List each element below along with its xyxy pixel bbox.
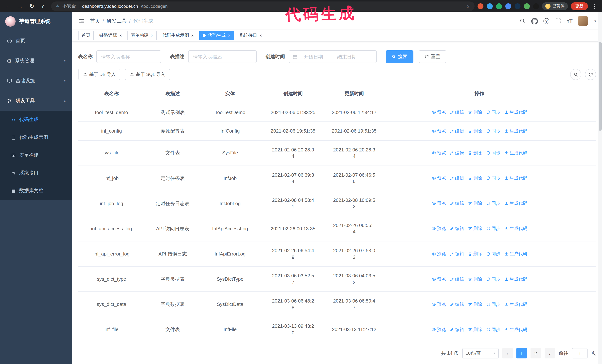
generate-code-link[interactable]: 生成代码 [504, 128, 527, 134]
sync-link[interactable]: 同步 [486, 175, 500, 181]
tab-form-builder[interactable]: 表单构建 [128, 31, 157, 40]
sync-link[interactable]: 同步 [486, 226, 500, 232]
user-avatar[interactable] [578, 16, 588, 26]
scrollbar-thumb[interactable] [599, 42, 602, 131]
extension-icon[interactable] [487, 3, 493, 9]
extension-icon[interactable] [496, 3, 502, 9]
breadcrumb-dev-tools[interactable]: 研发工具 [107, 18, 133, 24]
goto-page-input[interactable] [572, 348, 588, 359]
sidebar-item-system[interactable]: ⚙ 系统管理 ▾ [0, 51, 72, 71]
edit-link[interactable]: 编辑 [450, 251, 464, 257]
delete-link[interactable]: 删除 [468, 128, 482, 134]
address-bar[interactable]: ⚠ 不安全 dashboard.yudao.iocoder.cn/tool/co… [51, 1, 474, 11]
extension-icon[interactable] [505, 3, 511, 9]
generate-code-link[interactable]: 生成代码 [504, 226, 527, 232]
edit-link[interactable]: 编辑 [450, 327, 464, 333]
browser-home-icon[interactable]: ⌂ [39, 2, 48, 10]
fullscreen-icon[interactable] [555, 18, 561, 24]
browser-forward-icon[interactable]: → [16, 2, 24, 10]
end-date-input[interactable] [333, 51, 361, 62]
sync-link[interactable]: 同步 [486, 200, 500, 207]
close-icon[interactable] [228, 33, 230, 38]
start-date-input[interactable] [300, 51, 327, 62]
tab-trace[interactable]: 链路追踪 [96, 31, 125, 40]
generate-code-link[interactable]: 生成代码 [504, 109, 527, 115]
tab-system-api[interactable]: 系统接口 [236, 31, 265, 40]
github-icon[interactable] [531, 18, 538, 24]
close-icon[interactable] [151, 33, 153, 38]
preview-link[interactable]: 预览 [431, 109, 446, 115]
edit-link[interactable]: 编辑 [450, 301, 464, 307]
sidebar-collapse-icon[interactable] [78, 18, 85, 24]
preview-link[interactable]: 预览 [431, 226, 446, 232]
edit-link[interactable]: 编辑 [450, 128, 464, 134]
page-size-select[interactable]: 10条/页 ▾ [462, 348, 499, 359]
preview-link[interactable]: 预览 [431, 276, 446, 282]
sidebar-item-system-api[interactable]: 系统接口 [0, 164, 72, 182]
edit-link[interactable]: 编辑 [450, 200, 464, 207]
generate-code-link[interactable]: 生成代码 [504, 301, 527, 307]
puzzle-icon[interactable] [533, 3, 539, 9]
bookmark-star-icon[interactable]: ☆ [465, 3, 470, 9]
generate-code-link[interactable]: 生成代码 [504, 327, 527, 333]
tab-codegen-example[interactable]: 代码生成示例 [159, 31, 197, 40]
generate-code-link[interactable]: 生成代码 [504, 251, 527, 257]
sidebar-item-home[interactable]: 首页 [0, 31, 72, 51]
generate-code-link[interactable]: 生成代码 [504, 276, 527, 282]
preview-link[interactable]: 预览 [431, 150, 446, 156]
close-icon[interactable] [191, 33, 194, 38]
browser-update-button[interactable]: 更新 [571, 2, 588, 10]
table-desc-input[interactable] [188, 50, 257, 63]
sync-link[interactable]: 同步 [486, 251, 500, 257]
edit-link[interactable]: 编辑 [450, 226, 464, 232]
app-logo[interactable]: 芋道管理系统 [0, 12, 72, 31]
page-button-1[interactable]: 1 [516, 348, 527, 359]
prev-page-button[interactable]: ‹ [502, 348, 513, 359]
extension-icon[interactable] [524, 3, 530, 9]
extension-icon[interactable] [515, 3, 520, 9]
sidebar-item-dev-tools[interactable]: 研发工具 ▴ [0, 91, 72, 111]
tab-home[interactable]: 首页 [78, 31, 94, 40]
extension-icon[interactable] [478, 3, 484, 9]
sidebar-item-infrastructure[interactable]: 基础设施 ▾ [0, 71, 72, 91]
close-icon[interactable] [259, 33, 262, 38]
delete-link[interactable]: 删除 [468, 109, 482, 115]
generate-code-link[interactable]: 生成代码 [504, 175, 527, 181]
search-button[interactable]: 搜索 [386, 50, 413, 63]
page-scrollbar[interactable] [598, 12, 602, 364]
edit-link[interactable]: 编辑 [450, 175, 464, 181]
generate-code-link[interactable]: 生成代码 [504, 150, 527, 156]
sidebar-item-db-doc[interactable]: 数据库文档 [0, 182, 72, 200]
preview-link[interactable]: 预览 [431, 128, 446, 134]
next-page-button[interactable]: › [545, 348, 555, 359]
page-button-2[interactable]: 2 [530, 348, 541, 359]
close-icon[interactable] [119, 33, 122, 38]
preview-link[interactable]: 预览 [431, 200, 446, 207]
browser-menu-icon[interactable]: ⋮ [591, 3, 598, 9]
import-sql-button[interactable]: 基于 SQL 导入 [125, 69, 170, 80]
sync-link[interactable]: 同步 [486, 109, 500, 115]
sync-link[interactable]: 同步 [486, 301, 500, 307]
sync-link[interactable]: 同步 [486, 327, 500, 333]
edit-link[interactable]: 编辑 [450, 150, 464, 156]
delete-link[interactable]: 删除 [468, 327, 482, 333]
browser-reload-icon[interactable]: ↻ [27, 2, 36, 10]
preview-link[interactable]: 预览 [431, 301, 446, 307]
sync-link[interactable]: 同步 [486, 128, 500, 134]
delete-link[interactable]: 删除 [468, 200, 482, 207]
delete-link[interactable]: 删除 [468, 251, 482, 257]
search-icon[interactable] [519, 18, 526, 24]
sidebar-item-form-builder[interactable]: 表单构建 [0, 146, 72, 164]
tab-codegen[interactable]: 代码生成 [199, 31, 234, 40]
reset-button[interactable]: 重置 [419, 50, 446, 63]
preview-link[interactable]: 预览 [431, 327, 446, 333]
sync-link[interactable]: 同步 [486, 150, 500, 156]
help-icon[interactable]: ? [543, 18, 549, 24]
avatar-caret-icon[interactable]: ▾ [594, 19, 596, 23]
breadcrumb-home[interactable]: 首页 [90, 18, 107, 24]
toggle-search-button[interactable] [570, 69, 581, 80]
sidebar-item-codegen-example[interactable]: 代码生成示例 [0, 128, 72, 146]
delete-link[interactable]: 删除 [468, 150, 482, 156]
edit-link[interactable]: 编辑 [450, 109, 464, 115]
delete-link[interactable]: 删除 [468, 301, 482, 307]
